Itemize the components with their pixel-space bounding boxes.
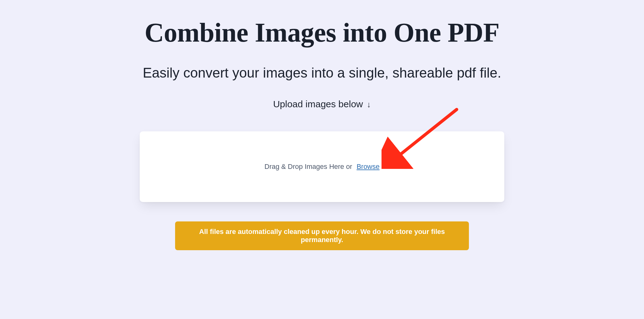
down-arrow-icon: ↓ (367, 100, 371, 109)
file-cleanup-notice: All files are automatically cleaned up e… (175, 221, 469, 250)
page-subtitle: Easily convert your images into a single… (84, 65, 560, 81)
upload-instruction-text: Upload images below (273, 99, 363, 109)
image-dropzone[interactable]: Drag & Drop Images Here or Browse (140, 131, 504, 202)
dropzone-text: Drag & Drop Images Here or (264, 163, 352, 170)
browse-link[interactable]: Browse (356, 163, 379, 170)
page-title: Combine Images into One PDF (84, 17, 560, 48)
upload-instruction: Upload images below ↓ (84, 99, 560, 109)
